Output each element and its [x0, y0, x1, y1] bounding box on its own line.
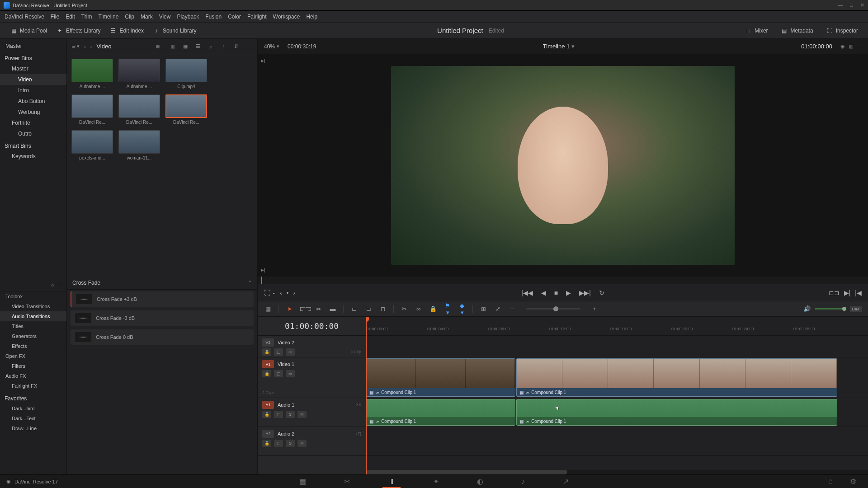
bin-abo[interactable]: Abo Button [0, 96, 66, 107]
nav-prev-icon[interactable]: ‹ [280, 289, 282, 296]
fx-entry-crossfade-0[interactable]: Cross Fade 0 dB [71, 329, 254, 345]
fairlight-page-tab[interactable]: ♪ [516, 476, 530, 488]
volume-slider[interactable] [815, 308, 846, 310]
menu-playback[interactable]: Playback [177, 14, 199, 20]
bin-fortnite[interactable]: Fortnite [0, 117, 66, 128]
menu-color[interactable]: Color [228, 14, 241, 20]
track-solo-button[interactable]: S [286, 411, 295, 418]
menu-fusion[interactable]: Fusion [205, 14, 222, 20]
playhead[interactable] [366, 317, 367, 474]
effects-library-button[interactable]: ✦Effects Library [52, 25, 105, 36]
viewer-canvas[interactable]: ▸| ▸| [258, 54, 868, 277]
fx-collapse-icon[interactable]: ⌃ [248, 280, 252, 286]
media-view-grid-icon[interactable]: ▦ [181, 43, 189, 49]
media-list-toggle-icon[interactable]: ⊟ ▾ [71, 43, 80, 49]
fx-entry-crossfade-minus3[interactable]: Cross Fade -3 dB [71, 310, 254, 326]
viewer-more-icon[interactable]: ⋯ [857, 43, 862, 49]
viewer-bypass-icon[interactable]: ◉ [840, 43, 845, 49]
volume-icon[interactable]: 🔊 [803, 305, 811, 312]
prev-edit-icon[interactable]: |◀ [855, 289, 862, 296]
viewer-zoom[interactable]: 40% [264, 43, 275, 50]
overwrite-icon[interactable]: ⊏⊐ [829, 289, 840, 296]
bin-werbung[interactable]: Werbung [0, 107, 66, 117]
fx-search-icon[interactable]: ⌕ [51, 282, 54, 287]
zoom-out-icon[interactable]: − [508, 305, 516, 312]
media-clip[interactable]: DaVinci Re... [71, 94, 113, 125]
razor-icon[interactable]: ✂ [400, 305, 408, 312]
menu-timeline[interactable]: Timeline [98, 14, 118, 20]
inspector-button[interactable]: ⛶Inspector [821, 25, 863, 36]
insert-clip-icon[interactable]: ⊏ [350, 305, 358, 312]
fx-audio-fx[interactable]: Audio FX [0, 371, 66, 381]
fusion-page-tab[interactable]: ✦ [428, 475, 444, 488]
media-clip[interactable]: Clip.mp4 [165, 59, 207, 89]
bin-master-root[interactable]: Master [0, 41, 66, 52]
zoom-dropdown-icon[interactable]: ▾ [277, 43, 279, 49]
track-mute-button[interactable]: M [297, 411, 307, 418]
metadata-button[interactable]: ▤Metadata [776, 25, 818, 36]
track-enable-icon[interactable]: ▢ [274, 370, 283, 377]
step-forward-button[interactable]: ▶▶| [579, 289, 591, 296]
fx-fav-3[interactable]: Draw...Line [0, 423, 66, 433]
viewer-scrubber[interactable] [258, 277, 868, 284]
fx-more-icon[interactable]: ⋯ [58, 282, 63, 287]
bin-master[interactable]: Master [0, 63, 66, 74]
edit-page-tab[interactable]: ⫼ [382, 475, 401, 488]
track-header-a2[interactable]: A2Audio 2(7) 🔒▢SM [258, 427, 366, 456]
fx-filters[interactable]: Filters [0, 361, 66, 371]
mixer-button[interactable]: ⫼Mixer [740, 25, 772, 36]
media-pool-button[interactable]: ▦Media Pool [5, 25, 52, 36]
fx-fairlight-fx[interactable]: Fairlight FX [0, 381, 66, 391]
stop-button[interactable]: ■ [554, 289, 558, 296]
track-header-a1[interactable]: A1Audio 12.0 🔒▢SM [258, 398, 366, 427]
sound-library-button[interactable]: ♪Sound Library [148, 25, 201, 36]
maximize-button[interactable]: □ [850, 2, 853, 8]
cut-page-tab[interactable]: ✂ [339, 475, 355, 488]
step-back-button[interactable]: ◀ [541, 289, 546, 296]
trim-tool-icon[interactable]: ⫍⫎ [300, 305, 308, 312]
viewer-step-icon[interactable]: ▸| [261, 58, 265, 64]
fx-video-transitions[interactable]: Video Transitions [0, 301, 66, 311]
dynamic-trim-icon[interactable]: ⇔ [314, 305, 322, 312]
tl-view-options-icon[interactable]: ▦ [264, 305, 272, 312]
flag-icon[interactable]: ⚑ ▾ [443, 302, 452, 316]
video-clip-1[interactable]: ▦∞Compound Clip 1 [366, 358, 515, 397]
track-solo-button[interactable]: S [286, 440, 295, 447]
fx-entry-crossfade-plus3[interactable]: Cross Fade +3 dB [71, 291, 254, 307]
menu-davinci[interactable]: DaVinci Resolve [5, 14, 44, 20]
media-filter-icon[interactable]: ⫶ [219, 44, 227, 49]
track-view-icon[interactable]: ▭ [286, 370, 295, 377]
menu-mark[interactable]: Mark [141, 14, 153, 20]
fx-effects[interactable]: Effects [0, 341, 66, 351]
goto-start-button[interactable]: |◀◀ [521, 289, 533, 296]
lock-icon[interactable]: 🔒 [429, 305, 437, 312]
bin-outro[interactable]: Outro [0, 128, 66, 139]
media-search-icon[interactable]: ⌕ [207, 44, 215, 49]
track-view-icon[interactable]: ▭ [286, 348, 295, 356]
snap-icon[interactable]: ⊞ [479, 305, 487, 312]
track-lock-icon[interactable]: 🔒 [262, 348, 271, 356]
nav-dot-icon[interactable]: • [287, 289, 289, 296]
timeline-scrollbar[interactable] [366, 470, 868, 474]
menu-fairlight[interactable]: Fairlight [247, 14, 267, 20]
track-lock-icon[interactable]: 🔒 [262, 440, 271, 447]
nav-next-icon[interactable]: › [293, 289, 295, 296]
link-icon[interactable]: ∞ [415, 305, 423, 312]
track-lock-icon[interactable]: 🔒 [262, 411, 271, 418]
zoom-in-icon[interactable]: + [590, 305, 599, 312]
dim-button[interactable]: DIM [850, 306, 862, 312]
track-enable-icon[interactable]: ▢ [274, 440, 283, 447]
timeline-name[interactable]: Timeline 1 ▾ [543, 43, 575, 50]
media-clip[interactable]: DaVinci Re... [118, 94, 160, 125]
media-clip[interactable]: DaVinci Re... [165, 94, 207, 125]
color-page-tab[interactable]: ◐ [472, 475, 489, 488]
media-page-tab[interactable]: ▦ [294, 475, 311, 488]
menu-edit[interactable]: Edit [66, 14, 75, 20]
loop-button[interactable]: ↻ [599, 289, 604, 296]
menu-help[interactable]: Help [306, 14, 317, 20]
close-button[interactable]: ✕ [860, 2, 864, 8]
track-header-v1[interactable]: V1Video 1 🔒▢▭ 2 Clips [258, 357, 366, 398]
media-clip[interactable]: pexels-and... [71, 130, 113, 160]
replace-clip-icon[interactable]: ⊓ [379, 305, 387, 312]
fx-fav-1[interactable]: Dark...hird [0, 404, 66, 413]
